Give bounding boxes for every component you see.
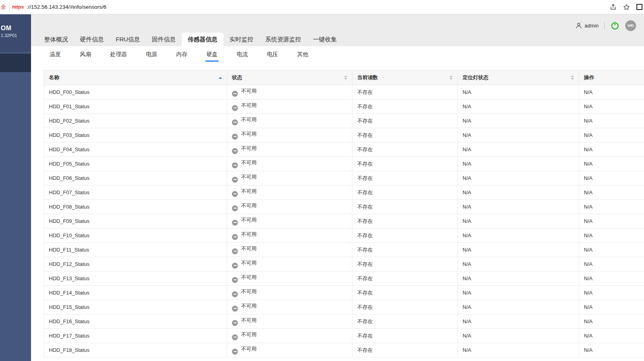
led-status-cell: N/A (458, 142, 579, 157)
unavailable-icon (232, 91, 238, 97)
status-label: 不可用 (241, 188, 257, 194)
sub-tab-1[interactable]: 温度 (49, 46, 62, 63)
sensor-table-wrap: 名称状态当前读数定位灯状态操作 HDD_F00_Status不可用不存在N/AN… (44, 70, 644, 361)
sub-tab-4[interactable]: 电源 (145, 46, 158, 63)
led-status-cell: N/A (458, 257, 579, 271)
sensor-reading-cell: 不存在 (352, 185, 458, 200)
sub-tab-2[interactable]: 风扇 (79, 46, 92, 63)
led-status-cell: N/A (458, 314, 579, 329)
sort-icons[interactable] (449, 75, 453, 80)
table-row: HDD_F13_Status不可用不存在N/AN/A (44, 271, 644, 286)
sensor-name-cell: HDD_F13_Status (44, 271, 227, 286)
status-label: 不可用 (241, 231, 257, 237)
sensor-reading-cell: 不存在 (352, 200, 458, 214)
table-row: HDD_F04_Status不可用不存在N/AN/A (44, 142, 644, 157)
main-tab-8[interactable]: 一键收集 (307, 33, 343, 46)
led-status-cell: N/A (458, 200, 579, 214)
unavailable-icon (232, 248, 238, 254)
uid-badge[interactable]: UID (625, 20, 636, 31)
url-bar[interactable]: 全 https ://152.56.143.234/#info/sensors/… (1, 4, 106, 11)
unavailable-icon (232, 291, 238, 297)
led-status-cell: N/A (458, 128, 579, 142)
status-label: 不可用 (241, 174, 257, 180)
sub-tab-5[interactable]: 内存 (175, 46, 189, 63)
sensor-name-cell: HDD_F09_Status (44, 214, 227, 228)
column-header-4[interactable]: 定位灯状态 (458, 70, 579, 85)
userbar-divider (604, 22, 605, 29)
sort-ascending-icon[interactable] (219, 77, 222, 79)
led-status-cell: N/A (458, 185, 579, 200)
sort-icons[interactable] (571, 75, 574, 80)
column-header-1[interactable]: 名称 (44, 70, 227, 85)
square-icon[interactable] (636, 4, 642, 10)
table-row: HDD_F16_Status不可用不存在N/AN/A (44, 314, 644, 329)
share-icon[interactable] (610, 4, 617, 10)
sub-tab-3[interactable]: 处理器 (109, 46, 128, 63)
led-status-cell: N/A (458, 85, 579, 100)
unavailable-icon (232, 205, 238, 211)
unavailable-icon (232, 148, 238, 154)
sensor-table-body: HDD_F00_Status不可用不存在N/AN/AHDD_F01_Status… (44, 85, 644, 357)
sub-tab-8[interactable]: 电压 (266, 46, 279, 63)
main-panel: admin UID 整体概况硬件信息FRU信息固件信息传感器信息实时监控系统资源… (31, 14, 644, 361)
sidebar-item-selected[interactable] (0, 54, 31, 72)
user-menu[interactable]: admin (575, 22, 599, 29)
main-tab-3[interactable]: FRU信息 (110, 33, 146, 46)
url-divider (9, 4, 10, 10)
led-status-cell: N/A (458, 100, 579, 114)
product-version: 1.32P01 (1, 33, 30, 38)
sensor-reading-cell: 不存在 (352, 157, 458, 171)
operation-cell: N/A (579, 185, 644, 200)
sensor-reading-cell: 不存在 (352, 142, 458, 157)
status-label: 不可用 (241, 160, 257, 166)
led-status-cell: N/A (458, 286, 579, 300)
led-status-cell: N/A (458, 329, 579, 343)
main-tab-5[interactable]: 传感器信息 (182, 33, 224, 46)
main-tab-6[interactable]: 实时监控 (224, 33, 259, 46)
product-name: OM (1, 25, 30, 32)
sensor-reading-cell: 不存在 (352, 243, 458, 257)
sensor-reading-cell: 不存在 (352, 214, 458, 228)
star-icon[interactable] (623, 4, 630, 11)
sensor-name-cell: HDD_F08_Status (44, 200, 227, 214)
sensor-status-cell: 不可用 (227, 329, 352, 343)
sub-tab-9[interactable]: 其他 (296, 46, 309, 63)
main-tabs: 整体概况硬件信息FRU信息固件信息传感器信息实时监控系统资源监控一键收集 (31, 33, 644, 46)
sensor-reading-cell: 不存在 (352, 300, 458, 314)
main-tab-2[interactable]: 硬件信息 (74, 33, 110, 46)
main-tab-1[interactable]: 整体概况 (38, 33, 74, 46)
table-row: HDD_F11_Status不可用不存在N/AN/A (44, 243, 644, 257)
table-header-row: 名称状态当前读数定位灯状态操作 (44, 70, 644, 85)
table-row: HDD_F14_Status不可用不存在N/AN/A (44, 286, 644, 300)
sub-tab-7[interactable]: 电流 (235, 46, 249, 63)
sensor-table: 名称状态当前读数定位灯状态操作 HDD_F00_Status不可用不存在N/AN… (44, 70, 644, 357)
sort-icons[interactable] (344, 75, 347, 80)
sensor-reading-cell: 不存在 (352, 228, 458, 243)
table-row: HDD_F03_Status不可用不存在N/AN/A (44, 128, 644, 142)
sidebar: OM 1.32P01 (0, 14, 31, 361)
column-header-2[interactable]: 状态 (227, 70, 352, 85)
sensor-name-cell: HDD_F06_Status (44, 171, 227, 185)
browser-address-bar: 全 https ://152.56.143.234/#info/sensors/… (0, 0, 644, 14)
unavailable-icon (232, 162, 238, 168)
sensor-reading-cell: 不存在 (352, 100, 458, 114)
app-window: OM 1.32P01 admin (0, 14, 644, 361)
sensor-status-cell: 不可用 (227, 142, 352, 157)
column-header-5[interactable]: 操作 (579, 70, 644, 85)
sensor-reading-cell: 不存在 (352, 171, 458, 185)
status-label: 不可用 (241, 117, 257, 123)
power-icon[interactable] (610, 21, 620, 30)
unavailable-icon (232, 119, 238, 125)
user-bar: admin UID (31, 14, 644, 33)
table-row: HDD_F02_Status不可用不存在N/AN/A (44, 114, 644, 128)
sensor-status-cell: 不可用 (227, 100, 352, 114)
unavailable-icon (232, 277, 238, 283)
sub-tab-6[interactable]: 硬盘 (205, 46, 219, 63)
status-label: 不可用 (241, 260, 257, 266)
unavailable-icon (232, 306, 238, 312)
main-tab-4[interactable]: 固件信息 (146, 33, 182, 46)
main-tab-7[interactable]: 系统资源监控 (259, 33, 307, 46)
operation-cell: N/A (579, 157, 644, 171)
status-label: 不可用 (241, 217, 257, 223)
column-header-3[interactable]: 当前读数 (352, 70, 458, 85)
